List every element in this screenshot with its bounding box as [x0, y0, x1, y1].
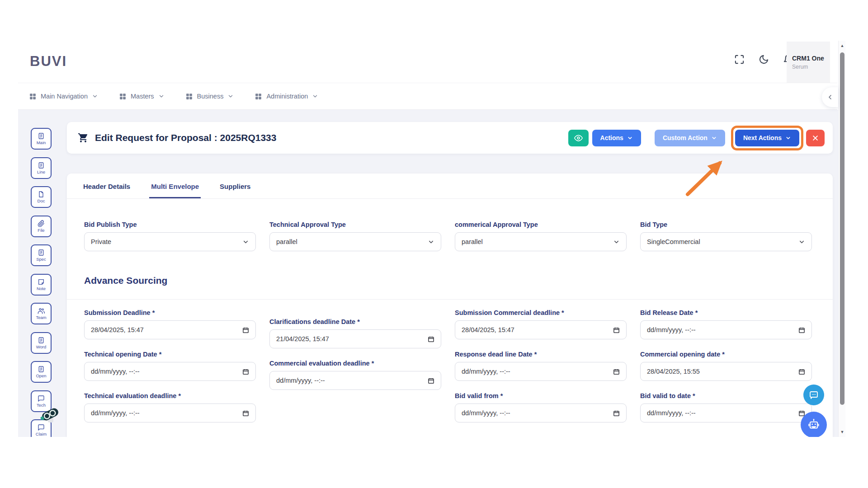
top-header: BUVI 4 CRM1 One Serum: [18, 41, 837, 83]
sidebar-item-spec[interactable]: Spec: [31, 244, 52, 266]
calendar-icon[interactable]: [428, 377, 434, 384]
assistant-robot-fab-button[interactable]: [801, 412, 827, 437]
field-technical-opening-date: Technical opening Date * dd/mm/yyyy, --:…: [84, 351, 256, 381]
close-button[interactable]: [806, 130, 825, 146]
sidebar-item-note[interactable]: Note: [31, 274, 52, 296]
chevron-down-icon: [613, 239, 620, 245]
technical-approval-type-select[interactable]: parallel: [269, 232, 441, 251]
chat-bubble-icon: [808, 389, 819, 400]
date-input[interactable]: dd/mm/yyyy, --:--: [269, 371, 441, 390]
sidebar-item-label: Tech: [37, 403, 46, 408]
sidebar-item-line[interactable]: Line: [31, 157, 52, 179]
dark-mode-moon-icon[interactable]: [759, 54, 769, 65]
next-actions-button[interactable]: Next Actions: [735, 130, 799, 146]
date-input[interactable]: dd/mm/yyyy, --:--: [455, 404, 627, 422]
scrollbar-thumb[interactable]: [840, 52, 844, 405]
page-scrollbar[interactable]: ▲ ▼: [838, 41, 845, 437]
calendar-icon[interactable]: [242, 410, 249, 417]
section-divider: [67, 299, 833, 300]
tab-bar: Header Details Multi Envelope Suppliers: [67, 183, 833, 199]
robot-icon: [807, 418, 821, 432]
scroll-down-arrow[interactable]: ▼: [839, 430, 846, 434]
grid-icon: [119, 93, 127, 100]
calendar-icon[interactable]: [798, 368, 805, 375]
preview-eye-button[interactable]: [568, 130, 589, 146]
nav-administration[interactable]: Administration: [255, 93, 318, 100]
team-icon: [38, 307, 45, 314]
date-input[interactable]: dd/mm/yyyy, --:--: [640, 404, 812, 422]
sidebar-item-doc[interactable]: Doc: [31, 186, 52, 208]
calendar-icon[interactable]: [613, 327, 620, 333]
date-input[interactable]: dd/mm/yyyy, --:--: [84, 362, 256, 381]
user-subtitle: Serum: [792, 64, 830, 70]
field-label: Submission Deadline *: [84, 309, 256, 316]
sidebar-item-file[interactable]: File: [31, 216, 52, 237]
field-label: commerical Approval Type: [455, 221, 627, 228]
document-lines-icon: [38, 249, 45, 256]
date-input[interactable]: 28/04/2025, 15:55: [640, 362, 812, 381]
calendar-icon[interactable]: [613, 410, 620, 417]
nav-masters[interactable]: Masters: [119, 93, 165, 100]
date-input[interactable]: 28/04/2025, 15:47: [84, 320, 256, 339]
calendar-icon[interactable]: [798, 327, 805, 333]
date-input[interactable]: dd/mm/yyyy, --:--: [455, 362, 627, 381]
sidebar-item-word[interactable]: Word: [31, 332, 52, 354]
nav-main-navigation[interactable]: Main Navigation: [29, 93, 98, 100]
sidebar-item-label: Note: [37, 286, 46, 291]
field-label: Response dead line Date *: [455, 351, 627, 358]
content-area: Main Line Doc File Spec Note Team Word O…: [18, 110, 838, 437]
sidebar-item-open[interactable]: Open: [31, 361, 52, 383]
nav-label: Main Navigation: [41, 93, 88, 100]
fullscreen-icon[interactable]: [734, 54, 745, 65]
chevron-left-icon: [826, 94, 834, 101]
sidebar-item-main[interactable]: Main: [31, 128, 52, 150]
rfp-form-card: Header Details Multi Envelope Suppliers …: [67, 174, 833, 437]
calendar-icon[interactable]: [242, 368, 249, 375]
date-input[interactable]: 28/04/2025, 15:47: [455, 320, 627, 339]
field-bid-valid-to-date: Bid valid to date * dd/mm/yyyy, --:--: [640, 392, 812, 422]
eye-icon: [574, 134, 583, 142]
tab-multi-envelope[interactable]: Multi Envelope: [149, 183, 201, 198]
user-profile[interactable]: CRM1 One Serum: [787, 42, 830, 83]
chat-icon: [38, 395, 45, 402]
tab-suppliers[interactable]: Suppliers: [218, 183, 252, 198]
collapse-panel-button[interactable]: [822, 87, 838, 107]
form-column-1: Submission Deadline * 28/04/2025, 15:47 …: [84, 309, 256, 434]
tab-header-details[interactable]: Header Details: [81, 183, 132, 198]
field-label: Technical opening Date *: [84, 351, 256, 358]
field-label: Commercial evaluation deadline *: [269, 360, 441, 367]
grid-icon: [255, 93, 262, 100]
nav-business[interactable]: Business: [185, 93, 234, 100]
calendar-icon[interactable]: [613, 368, 620, 375]
chat-fab-button[interactable]: [803, 385, 824, 405]
custom-action-button[interactable]: Custom Action: [655, 130, 725, 146]
bid-publish-type-select[interactable]: Private: [84, 232, 256, 251]
chevron-down-icon: [92, 93, 98, 99]
sidebar-item-label: Main: [37, 140, 46, 145]
date-input[interactable]: 21/04/2025, 15:47: [269, 329, 441, 348]
calendar-icon[interactable]: [428, 336, 434, 343]
date-input[interactable]: dd/mm/yyyy, --:--: [640, 320, 812, 339]
field-bid-publish-type: Bid Publish Type Private: [84, 221, 256, 251]
field-commercial-opening-date: Commercial opening date * 28/04/2025, 15…: [640, 351, 812, 381]
field-label: Bid Type: [640, 221, 812, 228]
field-bid-release-date: Bid Release Date * dd/mm/yyyy, --:--: [640, 309, 812, 339]
actions-button[interactable]: Actions: [592, 130, 641, 146]
sidebar-item-team[interactable]: Team: [31, 303, 52, 324]
form-column-4: Bid Release Date * dd/mm/yyyy, --:-- Com…: [640, 309, 812, 434]
grid-icon: [185, 93, 193, 100]
date-input[interactable]: dd/mm/yyyy, --:--: [84, 404, 256, 422]
sidebar-item-tech[interactable]: Tech: [31, 390, 52, 412]
sidebar-item-claim[interactable]: Claim: [31, 419, 52, 437]
buvi-logo: BUVI: [30, 53, 67, 70]
nav-label: Masters: [131, 93, 154, 100]
bid-type-select[interactable]: SingleCommercial: [640, 232, 812, 251]
field-label: Submission Commercial deadline *: [455, 309, 627, 316]
page-title: Edit Request for Proposal : 2025RQ1333: [95, 132, 276, 143]
commercial-approval-type-select[interactable]: parallel: [455, 232, 627, 251]
chat-icon: [38, 424, 45, 431]
main-menu-bar: Main Navigation Masters Business Adminis…: [18, 83, 837, 110]
calendar-icon[interactable]: [242, 327, 249, 333]
scroll-up-arrow[interactable]: ▲: [839, 43, 846, 48]
chevron-down-icon: [627, 135, 633, 141]
